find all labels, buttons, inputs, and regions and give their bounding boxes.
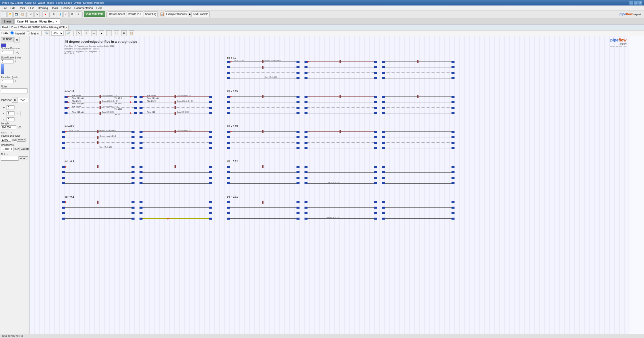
liquid-level-input[interactable] — [1, 59, 14, 63]
units-label: Units — [2, 32, 8, 35]
svg-rect-200 — [227, 147, 230, 149]
svg-rect-110 — [340, 60, 341, 63]
pipe-prop-btn-2[interactable]: ≡ — [1, 111, 6, 116]
svg-text:t/d = 0.7: t/d = 0.7 — [227, 57, 236, 59]
redo-button[interactable]: ↪ — [34, 11, 40, 17]
length-input[interactable] — [1, 125, 16, 129]
notes2-label: Notes — [1, 153, 28, 156]
file-tab[interactable]: Case_56_Water_45deg_Be... ✕ — [14, 18, 60, 24]
material-button[interactable]: Material — [20, 147, 30, 151]
paste-tool[interactable]: 📋 — [129, 30, 134, 36]
draw-tool[interactable]: ✏ — [84, 30, 89, 36]
menu-drawing[interactable]: Drawing — [36, 6, 50, 10]
svg-rect-163 — [452, 96, 454, 98]
svg-marker-14 — [130, 96, 132, 98]
fluid-button[interactable]: Fluid — [1, 25, 9, 30]
svg-text:Ground Node 0.5 0.6: Ground Node 0.5 0.6 — [102, 106, 118, 107]
imperial-radio-label[interactable]: Imperial — [10, 31, 25, 35]
zoom-select[interactable]: 50% 75% 100% — [52, 31, 64, 36]
menu-license[interactable]: License — [60, 6, 72, 10]
notes2-input[interactable] — [1, 156, 18, 161]
save-as-button[interactable]: 📋 — [20, 11, 25, 17]
pipe-x-input[interactable] — [7, 105, 14, 109]
menu-units[interactable]: Units — [17, 6, 26, 10]
svg-rect-102 — [296, 72, 300, 74]
metric-radio-label[interactable]: Metric — [27, 31, 39, 35]
svg-rect-266 — [296, 182, 300, 184]
cut-tool[interactable]: ✂ — [114, 30, 119, 36]
node-tool[interactable]: ● — [99, 30, 104, 36]
menu-tools[interactable]: Tools — [50, 6, 60, 10]
pipe-check-button[interactable]: ✓ — [15, 111, 20, 116]
diam-button[interactable]: Diam? — [17, 138, 26, 142]
notes-input[interactable] — [1, 88, 28, 93]
menu-help[interactable]: Help — [95, 6, 104, 10]
svg-rect-38 — [64, 112, 68, 114]
svg-rect-272 — [374, 171, 377, 173]
svg-text:P1e: 14.0%: P1e: 14.0% — [147, 95, 156, 96]
sheet-tab-label: Sheet — [4, 20, 11, 23]
more-button[interactable]: More... — [19, 156, 28, 160]
open-button[interactable]: 📂 — [7, 11, 13, 17]
select-tool[interactable]: ↖ — [76, 30, 82, 36]
export-button[interactable]: 📊 — [57, 11, 62, 17]
zoom-out-button[interactable]: 🔎 — [66, 30, 71, 36]
pipe-settings-button[interactable]: ⚙ — [12, 97, 18, 103]
close-button[interactable]: ✕ — [638, 1, 642, 4]
svg-rect-194 — [227, 136, 230, 138]
pipe-z-input[interactable] — [7, 117, 14, 121]
menu-fluid[interactable]: Fluid — [27, 6, 36, 10]
svg-rect-274 — [304, 177, 308, 179]
canvas-area[interactable]: pipeflow expert www.pipeflow.com 45 degr… — [30, 36, 644, 334]
calculate-button[interactable]: CALCULATE — [84, 11, 105, 17]
svg-rect-233 — [62, 171, 65, 173]
chart-button[interactable]: 📈 — [63, 11, 69, 17]
to-node-button[interactable]: To Node — [1, 37, 14, 42]
svg-text:Flow: 0.10 gal/s: Flow: 0.10 gal/s — [72, 111, 84, 113]
imperial-radio[interactable] — [10, 31, 14, 34]
example-windows-button[interactable]: Example Windows — [165, 11, 188, 17]
canvas-scroll[interactable]: pipeflow expert www.pipeflow.com 45 degr… — [30, 36, 644, 334]
node-selector: To Node ⚙ — [1, 37, 28, 42]
roughness-input[interactable] — [1, 147, 14, 151]
stop-button[interactable]: ■ — [42, 11, 48, 17]
svg-rect-337 — [374, 207, 377, 209]
list-button[interactable]: ≡ — [76, 11, 81, 17]
diameter-input[interactable] — [1, 138, 11, 142]
results-sheet-button[interactable]: Results Sheet — [108, 11, 126, 17]
sheet-tab[interactable]: Sheet — [1, 18, 14, 24]
new-button[interactable]: 📄 — [1, 11, 6, 17]
pipe-section: Pipe: 272 ⚙ — [1, 97, 28, 103]
maximize-button[interactable]: □ — [634, 1, 638, 4]
pipe-prop-btn-3[interactable]: △ — [1, 117, 6, 122]
svg-rect-120 — [374, 77, 377, 79]
pipe-y-input[interactable] — [7, 111, 14, 115]
surface-pressure-input[interactable] — [1, 50, 14, 54]
menu-edit[interactable]: Edit — [9, 6, 17, 10]
svg-text:Save KR: 0.150: Save KR: 0.150 — [100, 146, 112, 148]
table-button[interactable]: ⊞ — [70, 11, 75, 17]
pipe-prop-btn-1[interactable]: ⊞ — [1, 105, 6, 110]
copy-tool[interactable]: ⧉ — [121, 30, 127, 36]
zoom-in-button[interactable]: 🔍 — [44, 30, 50, 36]
show-log-button[interactable]: Show Log — [144, 11, 158, 17]
node-settings-button[interactable]: ⚙ — [14, 37, 20, 42]
results-pdf-button[interactable]: Results PDF — [127, 11, 143, 17]
pipe-tool[interactable]: — — [91, 30, 97, 36]
svg-rect-268 — [304, 166, 308, 168]
undo-button[interactable]: ↩ — [28, 11, 34, 17]
text-tool[interactable]: T — [106, 30, 112, 36]
tab-close-button[interactable]: ✕ — [56, 20, 58, 23]
metric-radio[interactable] — [27, 31, 30, 34]
svg-rect-189 — [227, 131, 230, 133]
zone-selector[interactable]: Zone 1: Water [62.303105 lb/ft³ at 0.0ps… — [10, 25, 69, 30]
elevation-input[interactable] — [1, 79, 14, 83]
separator-3 — [49, 12, 50, 17]
menu-documentation[interactable]: Documentation — [73, 6, 94, 10]
next-example-button[interactable]: Next Example — [192, 11, 210, 17]
pipe-id-input[interactable] — [18, 98, 28, 102]
print-button[interactable]: 🖨 — [51, 11, 56, 17]
minimize-button[interactable]: ─ — [630, 1, 633, 4]
menu-file[interactable]: File — [1, 6, 8, 10]
save-button[interactable]: 💾 — [14, 11, 19, 17]
